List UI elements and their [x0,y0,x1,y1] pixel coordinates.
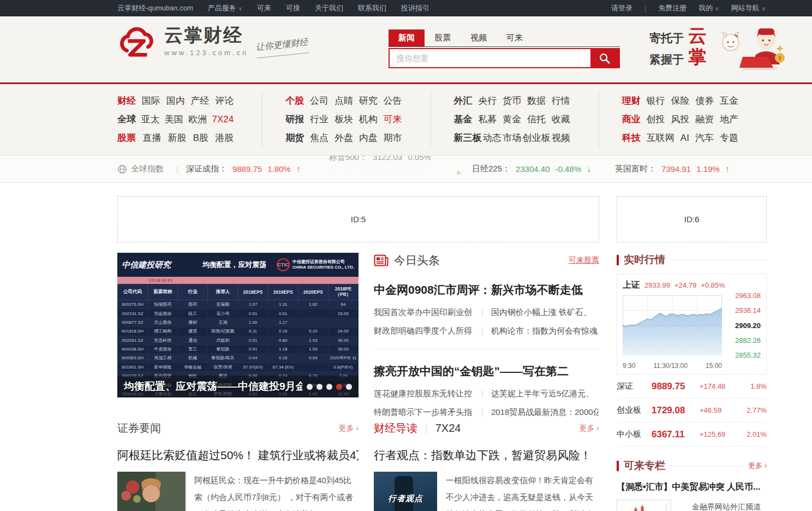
header-promo-banner[interactable]: 寄托于云 紧握于掌 ¥ [649,24,792,71]
nav-item-亚太[interactable]: 亚太 [141,110,159,129]
more-link[interactable]: 更多 › [579,424,599,433]
nav-item-市场[interactable]: 市场 [503,129,521,147]
nav-item-行情[interactable]: 行情 [552,92,570,110]
nav-item-债券[interactable]: 债券 [695,92,714,110]
news-link[interactable]: 达芙妮上半年亏近5亿港元、 [491,384,599,403]
nav-item-全球[interactable]: 全球 [117,110,136,129]
nav-item-保险[interactable]: 保险 [671,92,689,110]
news-carousel[interactable]: 中信建投研究 均衡配置，应对震荡 CTIC 中信建投证券股份有限公司CHINA … [117,253,359,397]
nav-item-产经[interactable]: 产经 [190,92,209,110]
nav-item-互金[interactable]: 互金 [720,92,738,110]
nav-item-7X24[interactable]: 7X24 [212,110,234,129]
nav-item-点睛[interactable]: 点睛 [335,92,353,110]
tab-7x24[interactable]: 7X24 [435,422,461,435]
ticker-item[interactable]: 深证成指：9889.751.80%↑ [186,164,329,174]
carousel-dot[interactable] [336,384,342,390]
nav-item-机构[interactable]: 机构 [359,110,378,129]
nav-item-美国[interactable]: 美国 [165,110,183,129]
nav-item-期市[interactable]: 期市 [384,129,402,147]
index-quote-row[interactable]: 中小板6367.11+125.692.01% [617,423,767,447]
article-thumbnail[interactable]: 行者观点 [374,472,437,511]
nav-item-风投[interactable]: 风投 [671,110,689,129]
nav-item-新三板[interactable]: 新三板 [454,129,482,147]
nav-item-公告[interactable]: 公告 [384,92,402,110]
nav-item-外汇[interactable]: 外汇 [454,92,473,110]
nav-item-地产[interactable]: 地产 [720,110,738,129]
nav-item-研报[interactable]: 研报 [285,110,304,129]
nav-item-创投[interactable]: 创投 [647,110,665,129]
nav-item-基金[interactable]: 基金 [454,110,473,129]
nav-item-焦点[interactable]: 焦点 [310,129,329,147]
nav-item-数据[interactable]: 数据 [527,92,546,110]
carousel-dot[interactable] [326,384,332,390]
news-link[interactable]: 2018贸易战最新消息：2000亿、 [491,403,599,421]
nav-item-可来[interactable]: 可来 [384,110,402,129]
shanghai-index-chart-card[interactable]: 上证 2933.99 +24.79 +0.85% 2963.082936.142… [617,274,767,375]
nav-item-货币[interactable]: 货币 [503,92,521,110]
index-quote-row[interactable]: 创业板1729.08+46.592.77% [617,399,767,423]
search-button[interactable] [590,49,619,67]
topbar-link[interactable]: 可搜 [286,3,300,13]
carousel-dot[interactable] [307,384,313,390]
article-title[interactable]: 阿根廷比索贬值超过50%！ 建筑行业或将裁员4万人 [117,448,359,463]
article-thumbnail[interactable] [617,500,671,511]
news-link[interactable]: 财政部明确四季度个人所得 [374,322,481,340]
nav-item-直播[interactable]: 直播 [142,129,161,147]
nav-item-内盘[interactable]: 内盘 [359,129,378,147]
site-logo[interactable]: 云掌财经 www.123.com.cn 让你更懂财经 [116,25,308,63]
my-menu[interactable]: 我的∨ [698,3,719,13]
nav-item-央行[interactable]: 央行 [478,92,497,110]
more-link[interactable]: 更多 › [338,424,359,433]
nav-item-行业[interactable]: 行业 [310,110,329,129]
search-input[interactable] [390,49,590,67]
news-link[interactable]: 我国首次举办中国印刷业创 [374,303,481,322]
search-tab-视频[interactable]: 视频 [461,29,497,46]
topbar-link[interactable]: 可来 [257,3,271,13]
news-link[interactable]: 莲花健康控股股东无转让控 [374,384,481,403]
nav-item-信托[interactable]: 信托 [527,110,546,129]
nav-item-公司[interactable]: 公司 [310,92,329,110]
headline-link[interactable]: 擦亮开放中国的“金钥匙”——写在第二 [374,364,599,379]
search-tab-可来[interactable]: 可来 [497,29,533,46]
news-link[interactable]: 国内钢价小幅上涨 铁矿石、 [491,303,599,322]
article-title[interactable]: 【洞悉•汇市】中美贸易冲突 人民币... [617,482,767,493]
sitenav-menu[interactable]: 网站导航∨ [731,3,766,13]
headline-link[interactable]: 中金网0908汇市周评：新兴市场不断走低 [374,282,599,298]
nav-item-创业板[interactable]: 创业板 [522,129,550,147]
nav-item-AI[interactable]: AI [680,129,689,147]
nav-item-银行[interactable]: 银行 [647,92,665,110]
nav-item-私募[interactable]: 私募 [478,110,497,129]
search-tab-新闻[interactable]: 新闻 [389,29,425,46]
nav-item-新股[interactable]: 新股 [168,129,186,147]
search-tab-股票[interactable]: 股票 [425,29,461,46]
login-link[interactable]: 请登录 [611,3,632,13]
nav-item-科技[interactable]: 科技 [622,129,641,147]
nav-item-财经[interactable]: 财经 [117,92,136,110]
nav-item-汽车[interactable]: 汽车 [695,129,714,147]
nav-item-商业[interactable]: 商业 [622,110,641,129]
nav-item-个股[interactable]: 个股 [285,92,304,110]
topbar-link[interactable]: 产品服务∨ [208,3,242,13]
nav-item-期货[interactable]: 期货 [285,129,304,147]
news-link[interactable]: 机构论市：指数为何会有惊魂、 [491,322,599,340]
topbar-link[interactable]: 投诉指引 [401,3,429,13]
nav-item-视频[interactable]: 视频 [552,129,570,147]
nav-item-B股[interactable]: B股 [193,129,208,147]
nav-item-股票[interactable]: 股票 [117,129,136,147]
nav-item-收藏[interactable]: 收藏 [552,110,570,129]
carousel-dot[interactable] [346,384,352,390]
nav-item-国际[interactable]: 国际 [142,92,160,110]
nav-item-国内[interactable]: 国内 [166,92,185,110]
section-title-active[interactable]: 财经导读 [374,421,417,436]
register-link[interactable]: 免费注册 [658,3,686,13]
topbar-link[interactable]: 联系我们 [358,3,386,13]
nav-item-板块[interactable]: 板块 [335,110,353,129]
article-title[interactable]: 行者观点：指数单边下跌，暂避贸易风险！ [374,448,599,463]
nav-item-黄金[interactable]: 黄金 [503,110,521,129]
nav-item-欧洲[interactable]: 欧洲 [188,110,207,129]
nav-item-评论[interactable]: 评论 [215,92,234,110]
more-link[interactable]: 更多 › [748,461,767,471]
ticker-item[interactable]: 英国富时：7394.911.19%↑ [615,164,758,174]
carousel-dot[interactable] [317,384,323,390]
nav-item-互联网[interactable]: 互联网 [647,129,674,147]
